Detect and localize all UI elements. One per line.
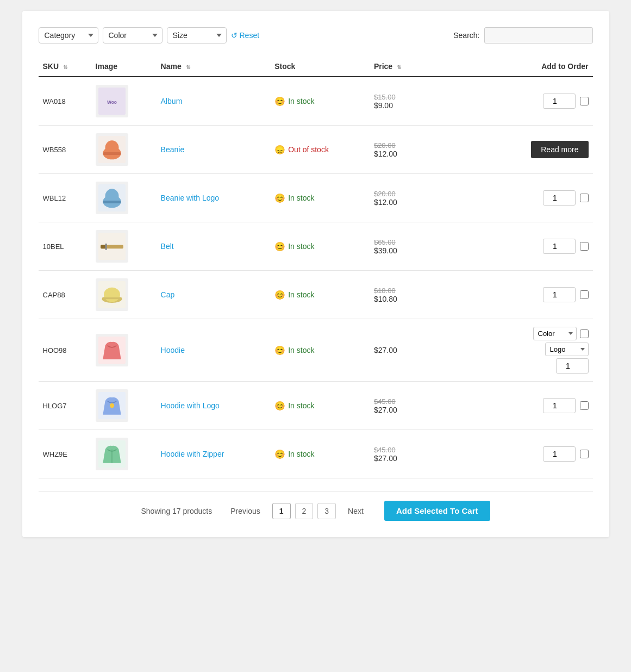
quantity-input[interactable] <box>556 358 589 374</box>
image-cell <box>91 382 157 430</box>
filters-row: Category Color Size ↺ Reset Search: <box>39 27 593 43</box>
add-to-order-cell: Read more <box>455 126 593 174</box>
read-more-button[interactable]: Read more <box>531 141 588 158</box>
product-name-link[interactable]: Hoodie with Logo <box>161 401 220 410</box>
svg-rect-10 <box>103 201 121 203</box>
svg-rect-15 <box>105 244 107 250</box>
page-2-button[interactable]: 2 <box>295 503 314 519</box>
price-sort-icon[interactable]: ⇅ <box>397 64 401 70</box>
image-cell <box>91 222 157 271</box>
color-variation-select[interactable]: Color <box>533 327 577 340</box>
quantity-input[interactable] <box>543 190 576 206</box>
row-checkbox[interactable] <box>580 450 589 458</box>
price-cell: $20.00$12.00 <box>370 174 455 222</box>
table-header-row: SKU ⇅ Image Name ⇅ Stock Price ⇅ <box>39 57 593 77</box>
logo-variation-select[interactable]: Logo <box>545 343 589 356</box>
svg-point-22 <box>109 403 114 408</box>
add-selected-to-cart-button[interactable]: Add Selected To Cart <box>384 501 490 521</box>
table-row: HOO98Hoodie😊In stock$27.00 Color Logo <box>39 319 593 382</box>
sku-cell: WA018 <box>39 77 91 126</box>
price-cell: $15.00$9.00 <box>370 77 455 126</box>
name-cell: Album <box>157 77 271 126</box>
showing-text: Showing 17 products <box>141 507 212 515</box>
quantity-input[interactable] <box>543 446 576 462</box>
size-filter[interactable]: Size <box>167 27 227 43</box>
product-image <box>96 438 128 470</box>
sku-sort-icon[interactable]: ⇅ <box>63 64 67 70</box>
svg-rect-5 <box>103 152 121 155</box>
variation-cell: Color Logo <box>460 327 589 374</box>
pagination-row: Showing 17 products Previous 1 2 3 Next … <box>39 491 593 521</box>
reset-button[interactable]: ↺ Reset <box>231 31 260 40</box>
product-name-link[interactable]: Beanie with Logo <box>161 194 219 202</box>
product-name-link[interactable]: Hoodie <box>161 346 185 354</box>
price-cell: $45.00$27.00 <box>370 430 455 478</box>
stock-label: In stock <box>288 401 314 410</box>
add-to-order-controls <box>460 446 589 462</box>
sku-cell: WBL12 <box>39 174 91 222</box>
add-to-order-controls <box>460 287 589 302</box>
product-name-link[interactable]: Hoodie with Zipper <box>161 450 224 458</box>
current-price: $27.00 <box>374 454 451 463</box>
quantity-input[interactable] <box>543 398 576 413</box>
product-name-link[interactable]: Beanie <box>161 145 185 154</box>
color-filter[interactable]: Color <box>103 27 163 43</box>
name-sort-icon[interactable]: ⇅ <box>186 64 190 70</box>
original-price: $45.00 <box>374 397 451 406</box>
svg-point-18 <box>104 288 120 302</box>
stock-label: Out of stock <box>288 145 329 154</box>
main-container: Category Color Size ↺ Reset Search: SKU … <box>22 11 609 537</box>
image-cell: Woo <box>91 77 157 126</box>
current-price: $12.00 <box>374 150 451 158</box>
current-price: $27.00 <box>374 406 451 414</box>
in-stock-icon: 😊 <box>274 193 285 203</box>
table-row: CAP88Cap😊In stock$18.00$10.80 <box>39 271 593 319</box>
row-checkbox[interactable] <box>580 329 589 338</box>
search-input[interactable] <box>484 27 593 43</box>
category-filter[interactable]: Category <box>39 27 98 43</box>
original-price: $18.00 <box>374 287 451 295</box>
product-image <box>96 182 128 214</box>
stock-label: In stock <box>288 290 314 299</box>
name-cell: Belt <box>157 222 271 271</box>
product-name-link[interactable]: Album <box>161 97 183 105</box>
row-checkbox[interactable] <box>580 97 589 105</box>
original-price: $20.00 <box>374 190 451 198</box>
product-name-link[interactable]: Cap <box>161 290 175 299</box>
svg-point-11 <box>109 190 114 195</box>
stock-label: In stock <box>288 242 314 251</box>
quantity-input[interactable] <box>543 94 576 109</box>
logo-variation-row: Logo <box>545 343 589 356</box>
table-row: 10BELBelt😊In stock$65.00$39.00 <box>39 222 593 271</box>
add-to-order-controls <box>460 94 589 109</box>
image-cell <box>91 126 157 174</box>
reset-icon: ↺ <box>231 31 238 40</box>
page-1-button[interactable]: 1 <box>272 503 291 519</box>
original-price: $20.00 <box>374 141 451 150</box>
price-cell: $20.00$12.00 <box>370 126 455 174</box>
quantity-input[interactable] <box>543 239 576 254</box>
sku-cell: HOO98 <box>39 319 91 382</box>
stock-cell: 😊In stock <box>270 222 370 271</box>
add-to-order-cell: Color Logo <box>455 319 593 382</box>
name-cell: Cap <box>157 271 271 319</box>
svg-point-6 <box>109 142 114 146</box>
price-cell: $18.00$10.80 <box>370 271 455 319</box>
next-button[interactable]: Next <box>340 503 371 519</box>
row-checkbox[interactable] <box>580 290 589 299</box>
sku-cell: CAP88 <box>39 271 91 319</box>
row-checkbox[interactable] <box>580 401 589 410</box>
in-stock-icon: 😊 <box>274 345 285 356</box>
row-checkbox[interactable] <box>580 194 589 202</box>
previous-button[interactable]: Previous <box>223 503 267 519</box>
product-name-link[interactable]: Belt <box>161 242 174 251</box>
quantity-input[interactable] <box>543 287 576 302</box>
image-cell <box>91 174 157 222</box>
th-name: Name ⇅ <box>157 57 271 77</box>
page-3-button[interactable]: 3 <box>317 503 336 519</box>
product-image <box>96 230 128 263</box>
row-checkbox[interactable] <box>580 242 589 251</box>
image-cell <box>91 271 157 319</box>
th-add-to-order: Add to Order <box>455 57 593 77</box>
in-stock-icon: 😊 <box>274 401 285 411</box>
